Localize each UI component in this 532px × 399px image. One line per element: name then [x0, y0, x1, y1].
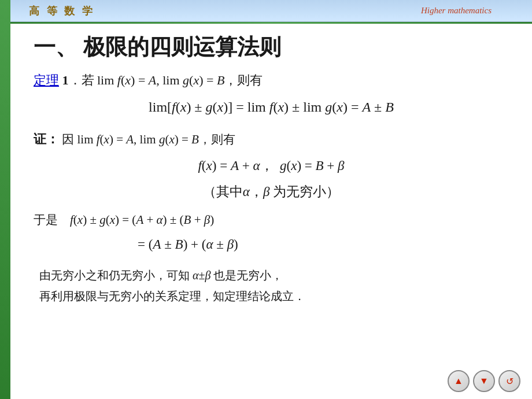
proof-intro: 证： 因 lim f(x) = A, lim g(x) = B，则有	[34, 128, 509, 150]
theorem-statement: 定理 1．若 lim f(x) = A, lim g(x) = B，则有	[34, 70, 509, 90]
proof-line5: = (A ± B) + (α ± β)	[34, 232, 509, 256]
nav-back-button[interactable]: ↺	[498, 370, 520, 392]
nav-up-button[interactable]: ▲	[448, 370, 470, 392]
conclusion-line1: 由无穷小之和仍无穷小，可知 α±β 也是无穷小，	[39, 269, 283, 282]
theorem-link[interactable]: 定理	[34, 73, 59, 87]
proof-section: 证： 因 lim f(x) = A, lim g(x) = B，则有 f(x) …	[34, 128, 509, 257]
theorem-formula: lim[f(x) ± g(x)] = lim f(x) ± lim g(x) =…	[34, 96, 509, 118]
conclusion-line2: 再利用极限与无穷小的关系定理，知定理结论成立．	[39, 290, 305, 302]
bottom-nav: ▲ ▼ ↺	[448, 370, 520, 392]
nav-down-button[interactable]: ▼	[473, 370, 495, 392]
main-content: 一、 极限的四则运算法则 定理 1．若 lim f(x) = A, lim g(…	[10, 24, 532, 399]
slide-container: 高 等 数 学 Higher mathematics 一、 极限的四则运算法则 …	[0, 0, 532, 399]
header: 高 等 数 学 Higher mathematics	[0, 0, 532, 22]
proof-line2: f(x) = A + α， g(x) = B + β	[34, 154, 509, 178]
therefore-line: 于是 f(x) ± g(x) = (A + α) ± (B + β)	[34, 210, 509, 231]
proof-line3: （其中α，β 为无穷小）	[34, 180, 509, 204]
header-title-en: Higher mathematics	[421, 6, 492, 16]
header-title-cn: 高 等 数 学	[29, 4, 95, 18]
conclusion: 由无穷小之和仍无穷小，可知 α±β 也是无穷小， 再利用极限与无穷小的关系定理，…	[34, 265, 509, 306]
section-title: 一、 极限的四则运算法则	[34, 34, 509, 61]
left-bar	[0, 0, 10, 399]
